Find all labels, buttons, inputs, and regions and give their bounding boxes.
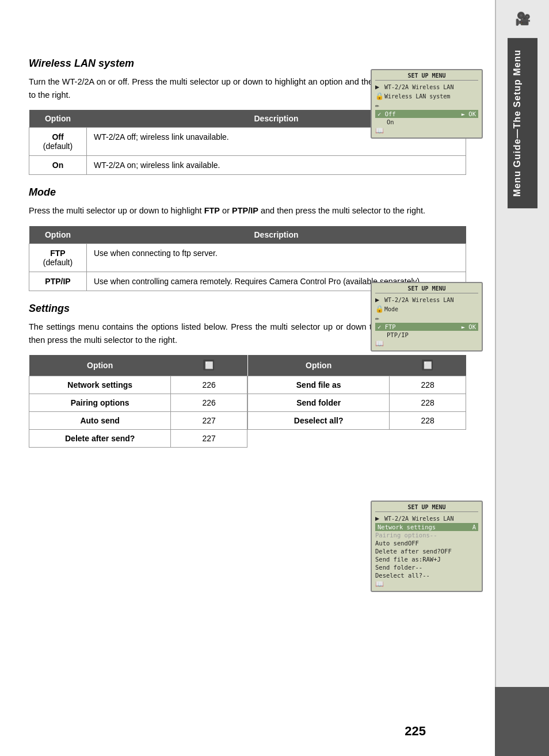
screen3-autosend-row: Auto send OFF — [375, 539, 478, 547]
sidebar-camera-icon: 🎥 — [515, 12, 531, 26]
screen1-header: SET UP MENU — [375, 72, 478, 81]
screen1-off-row: ✓ Off ► OK — [375, 110, 478, 118]
screen1-book-icon: 📖 — [375, 127, 384, 135]
option-on: On — [29, 156, 87, 175]
screen2-row5: 📖 — [375, 339, 478, 348]
screen-settings: SET UP MENU ▶ WT-2/2A Wireless LAN Netwo… — [371, 501, 483, 592]
send-file-as-num: 228 — [390, 376, 466, 394]
delete-after-send-num: 227 — [171, 429, 247, 447]
option-ptpip: PTP/IP — [29, 272, 87, 291]
screen1-row3: ✏ — [375, 101, 478, 110]
option-off: Off(default) — [29, 128, 87, 156]
sidebar-label: Menu Guide—The Setup Menu — [508, 38, 537, 208]
screen1-ok-label: ► OK — [462, 110, 476, 117]
settings-right-table-container: Option 🔲 Send file as 228 Send folder 22… — [247, 355, 466, 448]
settings-right-col2: 🔲 — [390, 355, 466, 376]
settings-left-col1: Option — [29, 355, 171, 376]
mode-table: Option Description FTP(default) Use when… — [29, 226, 466, 291]
settings-right-col1: Option — [248, 355, 390, 376]
screen-wireless-lan: SET UP MENU ▶ WT-2/2A Wireless LAN 🔒 Wir… — [371, 69, 483, 139]
screen3-sendfile-row: Send file as: RAW+J — [375, 555, 478, 563]
send-file-as-label: Send file as — [248, 376, 390, 394]
screen3-book-icon: 📖 — [375, 580, 384, 588]
send-folder-label: Send folder — [248, 394, 390, 411]
screen1-on-label: On — [387, 119, 394, 125]
screen2-book-icon: 📖 — [375, 339, 384, 348]
settings-left-col2: 🔲 — [171, 355, 247, 376]
screen1-sys-label: Wireless LAN system — [384, 93, 478, 100]
screen3-deselect-row: Deselect all? -- — [375, 571, 478, 579]
screen3-autosend-label: Auto send — [375, 540, 408, 547]
screen3-wireless-label: WT-2/2A Wireless LAN — [384, 516, 478, 522]
delete-after-send-label: Delete after send? — [29, 429, 171, 447]
table-row: Send file as 228 — [248, 376, 466, 394]
screen2-ptpip-row: PTP/IP — [375, 331, 478, 339]
screen1-check-icon: ✓ Off — [378, 110, 396, 117]
send-folder-num: 228 — [390, 394, 466, 411]
mode-section: Mode Press the multi selector up or down… — [29, 186, 466, 291]
screen3-delete-value: OFF — [441, 548, 452, 555]
screen1-row5: 📖 — [375, 126, 478, 135]
screen3-pairing-label: Pairing options — [375, 532, 430, 539]
table-row: Delete after send? 227 — [29, 429, 247, 447]
screen2-row3: ✏ — [375, 314, 478, 323]
screen2-row2: 🔒 Mode — [375, 304, 478, 314]
screen3-sendfolder-row: Send folder -- — [375, 563, 478, 571]
auto-send-label: Auto send — [29, 411, 171, 429]
settings-right-table: Option 🔲 Send file as 228 Send folder 22… — [247, 355, 466, 430]
screen3-row1: ▶ WT-2/2A Wireless LAN — [375, 514, 478, 523]
screen-wireless-lan-display: SET UP MENU ▶ WT-2/2A Wireless LAN 🔒 Wir… — [371, 69, 483, 139]
pairing-options-label: Pairing options — [29, 394, 171, 411]
screen1-row2: 🔒 Wireless LAN system — [375, 91, 478, 101]
screen2-pencil-icon: ✏ — [375, 314, 384, 322]
table-row: Deselect all? 228 — [248, 411, 466, 429]
table-row: Auto send 227 — [29, 411, 247, 429]
screen2-wireless-label: WT-2/2A Wireless LAN — [384, 297, 478, 303]
screen-settings-display: SET UP MENU ▶ WT-2/2A Wireless LAN Netwo… — [371, 501, 483, 592]
screen3-header: SET UP MENU — [375, 504, 478, 512]
screen2-ftp-row: ✓ FTP ► OK — [375, 323, 478, 331]
screen3-play-icon: ▶ — [375, 514, 384, 522]
network-settings-label: Network settings — [29, 376, 171, 394]
sidebar-bottom-block — [495, 687, 549, 756]
settings-left-table: Option 🔲 Network settings 226 Pairing op… — [29, 355, 247, 448]
screen3-autosend-value: OFF — [408, 540, 419, 547]
screen2-ptpip-label: PTP/IP — [387, 331, 409, 338]
screen3-deselect-value: -- — [422, 572, 430, 579]
screen2-ok-label: ► OK — [462, 323, 476, 330]
table-row: FTP(default) Use when connecting to ftp … — [29, 243, 466, 272]
screen3-network-row: Network settings A — [375, 523, 478, 531]
deselect-all-label: Deselect all? — [248, 411, 390, 429]
screen3-row-icons: 📖 — [375, 579, 478, 589]
screen2-lock-icon: 🔒 — [375, 305, 384, 313]
table-row: Network settings 226 — [29, 376, 247, 394]
table-row: Pairing options 226 — [29, 394, 247, 411]
screen3-deselect-label: Deselect all? — [375, 572, 422, 579]
screen1-play-icon: ▶ — [375, 83, 384, 91]
mode-col1-header: Option — [29, 226, 87, 244]
screen3-sendfile-label: Send file as: — [375, 556, 422, 563]
screen2-row1: ▶ WT-2/2A Wireless LAN — [375, 295, 478, 304]
screen-mode: SET UP MENU ▶ WT-2/2A Wireless LAN 🔒 Mod… — [371, 282, 483, 352]
option-ftp: FTP(default) — [29, 243, 87, 272]
screen-mode-display: SET UP MENU ▶ WT-2/2A Wireless LAN 🔒 Mod… — [371, 282, 483, 352]
mode-col2-header: Description — [87, 226, 466, 244]
screen3-sendfile-value: RAW+J — [422, 556, 441, 563]
screen1-pencil-icon: ✏ — [375, 101, 384, 109]
screen3-pairing-row: Pairing options -- — [375, 531, 478, 539]
screen3-pairing-value: -- — [430, 532, 437, 539]
desc-ftp: Use when connecting to ftp server. — [87, 243, 466, 272]
network-settings-num: 226 — [171, 376, 247, 394]
screen1-on-row: On — [375, 118, 478, 126]
table-row: On WT-2/2A on; wireless link available. — [29, 156, 466, 175]
settings-left-table-container: Option 🔲 Network settings 226 Pairing op… — [29, 355, 247, 448]
deselect-all-num: 228 — [390, 411, 466, 429]
screen3-sendfolder-label: Send folder — [375, 564, 415, 571]
screen3-network-label: Network settings — [378, 524, 436, 530]
mode-title: Mode — [29, 186, 466, 198]
screen1-lock-icon: 🔒 — [375, 92, 384, 100]
screen2-header: SET UP MENU — [375, 285, 478, 293]
settings-tables: Option 🔲 Network settings 226 Pairing op… — [29, 355, 466, 448]
screen3-sendfolder-value: -- — [415, 564, 423, 571]
page-number: 225 — [405, 724, 426, 739]
